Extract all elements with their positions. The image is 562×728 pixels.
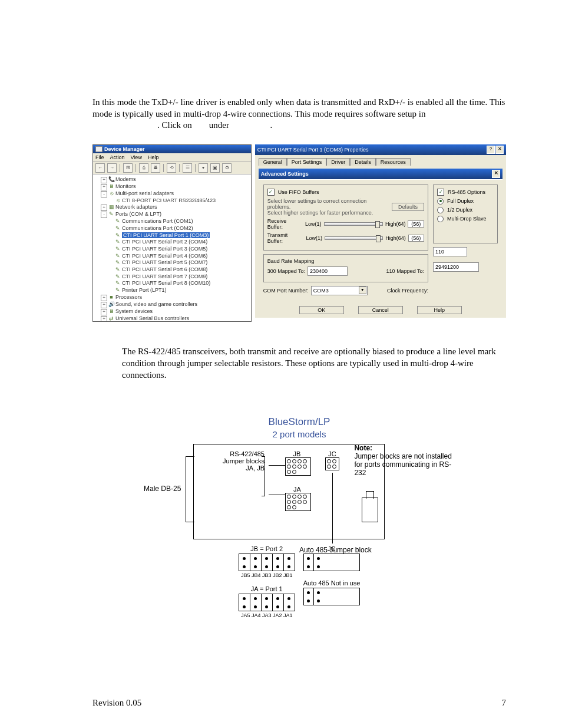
full-duplex-radio[interactable] — [437, 198, 444, 205]
properties-icon[interactable]: ⎙ — [139, 163, 148, 173]
click-instruction: . Click on under . — [92, 120, 506, 130]
tree-item[interactable]: ✎CTI PCI UART Serial Port 4 (COM6) — [95, 253, 249, 260]
forward-button[interactable]: → — [107, 163, 117, 173]
tx-low-label: Low(1) — [306, 235, 322, 241]
tree-item[interactable]: ⎋CTI 8-PORT PCI UART RS232/485/423 — [95, 197, 249, 205]
multi-drop-slave-radio[interactable] — [437, 216, 444, 222]
props-tabs[interactable]: General Port Settings Driver Details Res… — [259, 157, 503, 165]
tree-item[interactable]: ✎CTI PCI UART Serial Port 1 (COM3) — [95, 232, 249, 239]
clock-freq-label: Clock Frequency: — [387, 288, 428, 294]
tree-item[interactable]: ✎Communications Port (COM2) — [95, 225, 249, 232]
half-duplex-radio[interactable] — [437, 207, 444, 213]
tx-high-label: High(64) — [385, 235, 406, 241]
cancel-button[interactable]: Cancel — [358, 306, 403, 314]
rx-value: (56) — [408, 220, 424, 228]
menu-file[interactable]: File — [95, 154, 104, 160]
tb-icon-a[interactable]: ▾ — [199, 163, 208, 173]
tree-item[interactable]: ✎CTI PCI UART Serial Port 7 (COM9) — [95, 274, 249, 281]
tree-item[interactable]: +🖥System devices — [95, 308, 249, 315]
com-number-label: COM Port Number: — [263, 288, 309, 294]
tree-item[interactable]: +🖥Monitors — [95, 183, 249, 190]
tree-item[interactable]: ✎Printer Port (LPT1) — [95, 287, 249, 294]
tab-details[interactable]: Details — [350, 158, 376, 166]
tree-item[interactable]: +▦Network adapters — [95, 204, 249, 211]
props-body: General Port Settings Driver Details Res… — [255, 155, 506, 318]
use-fifo-label: Use FIFO Buffers — [278, 189, 319, 195]
jc-block — [325, 457, 339, 470]
transmit-buffer-label: Transmit Buffer: — [267, 232, 304, 244]
ja-block — [285, 493, 311, 511]
receive-slider[interactable] — [324, 222, 383, 226]
multi-drop-slave-label: Multi-Drop Slave — [447, 216, 487, 222]
devmgr-titlebar: Device Manager — [93, 145, 251, 153]
com-number-select[interactable]: COM3▼ — [311, 286, 368, 295]
transmit-slider[interactable] — [325, 236, 383, 240]
tab-port-settings[interactable]: Port Settings — [287, 158, 327, 166]
tree-item[interactable]: ✎CTI PCI UART Serial Port 5 (COM7) — [95, 259, 249, 266]
rx-high-label: High(64) — [385, 221, 406, 227]
paragraph-mode: In this mode the TxD+/- line driver is e… — [92, 96, 506, 120]
use-fifo-checkbox[interactable]: ✓ — [267, 189, 275, 196]
close-icon[interactable]: ✕ — [495, 146, 504, 154]
jc-group: JC Auto 485 Not in use — [303, 545, 361, 618]
tab-general[interactable]: General — [259, 158, 287, 166]
tb-icon-c[interactable]: ⚙ — [222, 163, 232, 173]
defaults-button[interactable]: Defaults — [392, 203, 424, 211]
scan-icon[interactable]: ☰ — [183, 163, 192, 173]
tree-item[interactable]: ✎CTI PCI UART Serial Port 2 (COM4) — [95, 239, 249, 246]
rs485-group-label: RS-485 Options — [448, 189, 485, 195]
db25-connector — [186, 456, 194, 522]
help-button[interactable]: Help — [417, 306, 462, 314]
map300-input[interactable]: 230400 — [308, 266, 348, 276]
auto485-notinuse: Auto 485 Not in use — [303, 579, 361, 587]
baud-group-label: Baud Rate Mapping — [267, 258, 424, 264]
tree-icon[interactable]: ⊞ — [123, 163, 133, 173]
diagram-subtitle: 2 port models — [146, 429, 452, 439]
tab-driver[interactable]: Driver — [326, 158, 350, 166]
clock-freq-input[interactable]: 29491200 — [433, 262, 479, 272]
rx-low-label: Low(1) — [305, 221, 322, 227]
jb-label: JB — [293, 450, 301, 457]
jc-label: JC — [328, 450, 336, 457]
paragraph-rs422: The RS-422/485 transceivers, both transm… — [122, 345, 500, 381]
help-button-icon[interactable]: ? — [487, 146, 495, 154]
map300-label: 300 Mapped To: — [267, 268, 305, 274]
jb-port2-group: JB = Port 2 JB5 JB4 JB3 JB2 JB1 JA = Por… — [239, 545, 295, 618]
props-titlebar: CTI PCI UART Serial Port 1 (COM3) Proper… — [255, 144, 506, 155]
tree-item[interactable]: -✎Ports (COM & LPT) — [95, 211, 249, 218]
advanced-titlebar: Advanced Settings ✕ — [259, 169, 503, 179]
diagram-title: BlueStorm/LP — [146, 416, 452, 428]
footer-revision: Revision 0.05 — [92, 698, 141, 708]
map110-label: 110 Mapped To: — [386, 268, 424, 274]
devmgr-menubar[interactable]: File Action View Help — [93, 153, 251, 162]
tree-item[interactable]: ✎CTI PCI UART Serial Port 6 (COM8) — [95, 266, 249, 274]
tree-item[interactable]: +⇄Universal Serial Bus controllers — [95, 315, 249, 321]
tree-item[interactable]: ✎Communications Port (COM1) — [95, 218, 249, 225]
tree-item[interactable]: ✎CTI PCI UART Serial Port 3 (COM5) — [95, 246, 249, 253]
rs485-options-checkbox[interactable]: ✓ — [437, 189, 444, 196]
tree-item[interactable]: +🔊Sound, video and game controllers — [95, 301, 249, 308]
adv-close-icon[interactable]: ✕ — [492, 170, 500, 178]
tree-item[interactable]: ✎CTI PCI UART Serial Port 8 (COM10) — [95, 280, 249, 287]
menu-action[interactable]: Action — [110, 154, 125, 160]
auto485-label: Auto 485 Jumper block — [299, 546, 372, 554]
back-button[interactable]: ← — [95, 163, 105, 173]
tree-item[interactable]: +📞Modems — [95, 176, 249, 183]
print-icon[interactable]: 🖶 — [151, 163, 160, 173]
device-tree[interactable]: +📞Modems+🖥Monitors-⎋Multi-port serial ad… — [93, 174, 251, 321]
tree-item[interactable]: -⎋Multi-port serial adapters — [95, 190, 249, 197]
menu-view[interactable]: View — [131, 154, 142, 160]
board-diagram: BlueStorm/LP 2 port models Male DB-25 RS… — [146, 416, 452, 618]
footer-page: 7 — [502, 698, 507, 708]
tab-resources[interactable]: Resources — [376, 158, 411, 166]
half-duplex-label: 1/2 Duplex — [447, 207, 472, 213]
map110-input[interactable]: 110 — [433, 247, 467, 256]
refresh-icon[interactable]: ⟲ — [167, 163, 176, 173]
menu-help[interactable]: Help — [148, 154, 159, 160]
receive-buffer-label: Receive Buffer: — [267, 218, 303, 230]
ok-button[interactable]: OK — [299, 306, 344, 314]
pcb-outline: Male DB-25 RS-422/485 Jumper blocks JA, … — [193, 444, 385, 539]
tb-icon-b[interactable]: ▣ — [210, 163, 220, 173]
tree-item[interactable]: +■Processors — [95, 294, 249, 301]
devmgr-icon — [95, 146, 103, 152]
